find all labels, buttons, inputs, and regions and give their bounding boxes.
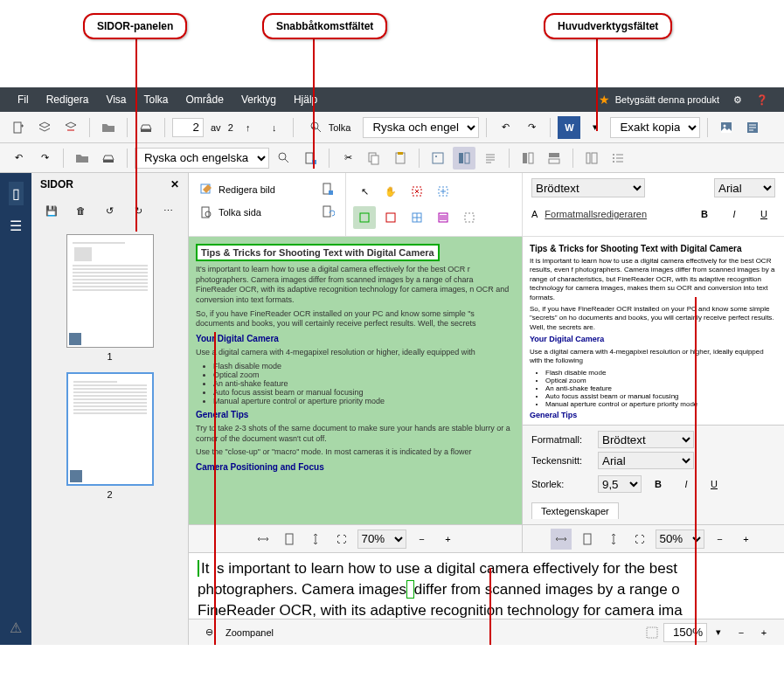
- menu-redigera[interactable]: Redigera: [38, 93, 98, 106]
- italic-button[interactable]: I: [723, 203, 746, 225]
- text-panel[interactable]: Tips & Tricks for Shooting Text with Dig…: [522, 237, 784, 425]
- fit-height-button[interactable]: [305, 529, 326, 550]
- scanner2-button[interactable]: [97, 147, 120, 170]
- rotate-right-button[interactable]: ↻: [128, 199, 149, 222]
- page-up-button[interactable]: ↑: [237, 116, 260, 139]
- underline-button[interactable]: U: [753, 203, 775, 225]
- menu-verktyg[interactable]: Verktyg: [232, 93, 285, 106]
- layout-a-button[interactable]: [517, 147, 539, 170]
- list-button[interactable]: [607, 147, 629, 170]
- menu-hjalp[interactable]: Hjälp: [285, 93, 326, 106]
- undo2-button[interactable]: ↶: [7, 147, 30, 170]
- bottom-zoom-in[interactable]: +: [753, 621, 775, 644]
- picture-area-tool[interactable]: [379, 206, 402, 229]
- text-zoom-out[interactable]: −: [710, 529, 731, 550]
- teckensnitt-select[interactable]: Arial: [598, 452, 694, 469]
- save-thumb-button[interactable]: 💾: [40, 199, 62, 222]
- redigera-bild-button[interactable]: Redigera bild: [194, 178, 340, 201]
- image-view-button[interactable]: [427, 147, 449, 170]
- background-area-tool[interactable]: [458, 206, 481, 229]
- hand-tool[interactable]: ✋: [379, 180, 402, 203]
- image-zoom-select[interactable]: 70%: [357, 529, 406, 549]
- tolka-sida-button[interactable]: Tolka sida: [194, 201, 340, 224]
- image-zoom-out[interactable]: −: [412, 529, 433, 550]
- text-fit-screen-button[interactable]: ⛶: [629, 529, 650, 550]
- text-properties-tab[interactable]: Textegenskaper: [531, 502, 619, 519]
- add-page-button[interactable]: [7, 116, 30, 139]
- image-title-area[interactable]: Tips & Tricks for Shooting Text with Dig…: [196, 244, 440, 261]
- image-panel[interactable]: Tips & Tricks for Shooting Text with Dig…: [189, 237, 522, 524]
- layers-add-button[interactable]: [33, 116, 56, 139]
- text-zoom-select[interactable]: 50%: [656, 529, 704, 549]
- split-view-button[interactable]: [453, 147, 475, 170]
- language-select-2[interactable]: Ryska och engelska: [135, 148, 269, 169]
- image-mode-button[interactable]: [715, 116, 738, 139]
- layout-b-button[interactable]: [543, 147, 565, 170]
- paste-button[interactable]: [389, 147, 412, 170]
- cut-button[interactable]: ✂: [336, 147, 359, 170]
- thumbnail-2[interactable]: 2: [40, 372, 179, 500]
- prop-bold-button[interactable]: B: [647, 473, 670, 495]
- text-area-tool[interactable]: [353, 206, 376, 229]
- image-zoom-in[interactable]: +: [438, 529, 459, 550]
- scanner-button[interactable]: [135, 116, 157, 139]
- layout-c-button[interactable]: [580, 147, 603, 170]
- zoom-percent-input[interactable]: [663, 623, 707, 642]
- menu-visa[interactable]: Visa: [97, 93, 135, 106]
- help-button[interactable]: ❓: [749, 94, 775, 106]
- zoom-dropdown[interactable]: ▾: [707, 621, 730, 644]
- recognize-icon-button[interactable]: [273, 147, 295, 170]
- refresh-icon[interactable]: [321, 204, 335, 220]
- rotate-left-button[interactable]: ↺: [99, 199, 121, 222]
- bottom-zoom-out[interactable]: −: [730, 621, 753, 644]
- menu-tolka[interactable]: Tolka: [135, 93, 177, 106]
- save-edit-icon[interactable]: [321, 182, 335, 197]
- prop-underline-button[interactable]: U: [703, 473, 725, 495]
- pointer-tool[interactable]: ↖: [353, 180, 376, 203]
- bold-button[interactable]: B: [693, 203, 716, 225]
- layers-remove-button[interactable]: [59, 116, 82, 139]
- pages-icon[interactable]: ▯: [9, 182, 24, 205]
- page-number-input[interactable]: [172, 118, 204, 137]
- formatmall-select[interactable]: Brödtext: [598, 431, 694, 448]
- add-area-tool[interactable]: [432, 180, 454, 203]
- tolka-button[interactable]: A Tolka: [301, 116, 360, 139]
- redo-button[interactable]: ↷: [520, 116, 543, 139]
- rate-product[interactable]: ★ Betygsätt denna produkt: [592, 93, 726, 107]
- font-select[interactable]: Arial: [714, 178, 775, 197]
- format-editor-link[interactable]: Formatmallsredigeraren: [545, 209, 647, 219]
- fit-screen-button[interactable]: ⛶: [331, 529, 352, 550]
- fit-page-button[interactable]: [279, 529, 300, 550]
- style-select[interactable]: Brödtext: [531, 178, 645, 197]
- text-zoom-in[interactable]: +: [736, 529, 757, 550]
- collapse-zoom-button[interactable]: ⊖: [198, 621, 220, 644]
- redo2-button[interactable]: ↷: [33, 147, 56, 170]
- language-select[interactable]: Ryska och engel: [363, 117, 479, 138]
- text-fit-page-button[interactable]: [577, 529, 598, 550]
- delete-area-tool[interactable]: [406, 180, 428, 203]
- undo-button[interactable]: ↶: [494, 116, 517, 139]
- barcode-area-tool[interactable]: [432, 206, 454, 229]
- copy-button[interactable]: [363, 147, 385, 170]
- table-area-tool[interactable]: [406, 206, 428, 229]
- fit-width-button[interactable]: [253, 529, 274, 550]
- more-thumb-button[interactable]: ⋯: [157, 199, 179, 222]
- text-fit-height-button[interactable]: [603, 529, 624, 550]
- grid-icon[interactable]: [641, 621, 663, 644]
- warning-icon[interactable]: ⚠: [10, 619, 22, 636]
- text-fit-width-button[interactable]: [551, 529, 572, 550]
- text-view-button[interactable]: [479, 147, 502, 170]
- page-down-button[interactable]: ↓: [263, 116, 286, 139]
- layout-select[interactable]: Exakt kopia: [610, 117, 700, 138]
- settings-button[interactable]: ⚙: [726, 94, 749, 106]
- close-pages-button[interactable]: ✕: [170, 178, 179, 190]
- folder-button[interactable]: [97, 116, 120, 139]
- menu-omrade[interactable]: Område: [177, 93, 232, 106]
- save-page-button[interactable]: [299, 147, 322, 170]
- folder2-button[interactable]: [71, 147, 94, 170]
- word-export-button[interactable]: W: [558, 116, 580, 139]
- list-icon[interactable]: ☰: [10, 218, 22, 234]
- delete-thumb-button[interactable]: 🗑: [69, 199, 91, 222]
- menu-fil[interactable]: Fil: [9, 93, 38, 106]
- thumbnail-1[interactable]: 1: [40, 234, 179, 362]
